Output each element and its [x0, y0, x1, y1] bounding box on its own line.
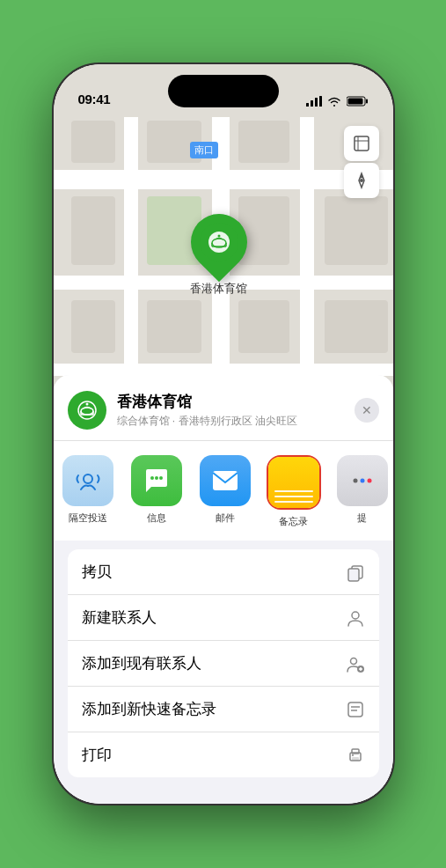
notes-label: 备忘录 [279, 515, 308, 528]
svg-point-22 [85, 403, 88, 406]
action-copy-label: 拷贝 [82, 562, 112, 582]
svg-point-29 [360, 479, 364, 483]
action-add-contact[interactable]: 添加到现有联系人 [68, 641, 379, 687]
svg-point-18 [81, 408, 93, 415]
map-layers-icon [352, 134, 371, 153]
airdrop-label: 隔空投送 [69, 511, 107, 525]
svg-rect-3 [319, 96, 322, 107]
status-time: 09:41 [78, 92, 111, 107]
more-label: 提 [357, 511, 367, 525]
sheet-title: 香港体育馆 [117, 392, 344, 412]
more-icon [337, 455, 388, 506]
new-contact-icon [346, 608, 365, 628]
location-pin: 香港体育馆 [188, 214, 250, 297]
svg-point-34 [350, 658, 356, 664]
copy-icon [346, 563, 365, 582]
battery-icon [347, 96, 369, 107]
share-more[interactable]: 提 [328, 455, 393, 525]
sheet-title-block: 香港体育馆 综合体育馆 · 香港特别行政区 油尖旺区 [117, 392, 344, 429]
action-add-contact-label: 添加到现有联系人 [82, 653, 201, 673]
notes-line-1 [274, 490, 313, 493]
status-icons [306, 96, 369, 107]
svg-rect-38 [348, 702, 362, 717]
map-layers-button[interactable] [344, 126, 379, 161]
add-contact-icon [346, 654, 365, 673]
action-new-contact[interactable]: 新建联系人 [68, 595, 379, 641]
svg-point-10 [360, 179, 363, 182]
svg-point-16 [217, 235, 220, 238]
action-print-label: 打印 [82, 745, 112, 765]
phone-frame: 09:41 [52, 63, 395, 805]
compass-icon [353, 172, 370, 189]
svg-rect-7 [355, 136, 369, 151]
notes-icon-wrapper [267, 455, 321, 510]
venue-stadium-icon [76, 399, 99, 422]
venue-icon [68, 391, 106, 430]
status-bar: 09:41 [54, 64, 393, 112]
airdrop-icon [62, 455, 113, 506]
svg-rect-43 [352, 757, 359, 761]
wifi-icon [327, 96, 341, 107]
notes-line-3 [274, 501, 313, 504]
svg-rect-6 [347, 99, 362, 105]
map-controls [344, 126, 379, 198]
svg-rect-1 [311, 100, 313, 107]
svg-point-44 [352, 754, 354, 756]
sheet-header: 香港体育馆 综合体育馆 · 香港特别行政区 油尖旺区 ✕ [54, 375, 393, 440]
phone-screen: 09:41 [54, 64, 393, 804]
action-quick-note-label: 添加到新快速备忘录 [82, 699, 216, 719]
share-notes[interactable]: 备忘录 [260, 455, 328, 528]
svg-rect-0 [306, 103, 309, 107]
share-row: 隔空投送 信息 [54, 440, 393, 541]
svg-point-28 [353, 479, 357, 483]
action-list: 拷贝 新建联系人 [68, 549, 379, 777]
stadium-pin-icon [206, 229, 232, 255]
signal-icon [306, 96, 322, 107]
svg-point-25 [155, 476, 158, 480]
action-print[interactable]: 打印 [68, 732, 379, 777]
svg-rect-5 [366, 99, 368, 104]
pin-label: 香港体育馆 [190, 281, 247, 297]
svg-rect-27 [213, 471, 238, 490]
svg-point-33 [352, 612, 359, 619]
mail-icon [200, 455, 251, 506]
svg-point-23 [84, 474, 92, 483]
share-airdrop[interactable]: 隔空投送 [54, 455, 122, 525]
action-quick-note[interactable]: 添加到新快速备忘录 [68, 687, 379, 732]
share-mail[interactable]: 邮件 [191, 455, 260, 525]
map-label-nankou: 南口 [190, 142, 218, 158]
svg-point-30 [367, 479, 371, 483]
svg-point-24 [150, 476, 154, 480]
sheet-subtitle: 综合体育馆 · 香港特别行政区 油尖旺区 [117, 414, 344, 429]
share-messages[interactable]: 信息 [122, 455, 191, 525]
action-new-contact-label: 新建联系人 [82, 607, 157, 628]
svg-rect-32 [348, 569, 359, 581]
action-copy[interactable]: 拷贝 [68, 549, 379, 595]
bottom-sheet: 香港体育馆 综合体育馆 · 香港特别行政区 油尖旺区 ✕ [54, 375, 393, 804]
mail-label: 邮件 [216, 511, 235, 525]
sheet-close-button[interactable]: ✕ [355, 398, 379, 423]
location-button[interactable] [344, 163, 379, 198]
svg-rect-42 [352, 749, 359, 754]
print-icon [346, 746, 365, 765]
messages-icon [131, 455, 182, 506]
close-icon: ✕ [362, 403, 372, 417]
notes-line-2 [274, 496, 313, 498]
svg-rect-2 [315, 98, 318, 107]
quick-note-icon [346, 700, 365, 719]
notes-icon [268, 457, 319, 508]
svg-point-26 [159, 476, 163, 480]
messages-label: 信息 [147, 511, 166, 525]
